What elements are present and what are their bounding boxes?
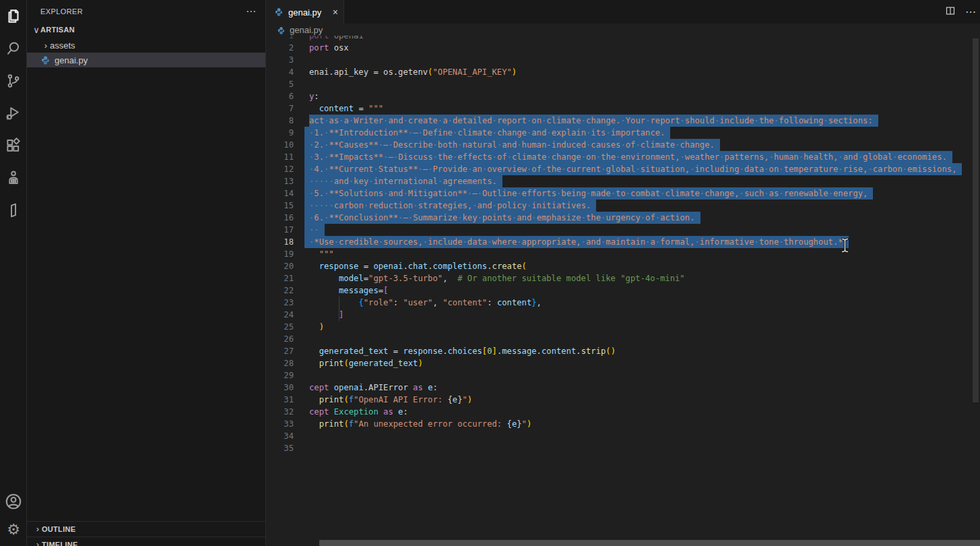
editor-more-actions-icon[interactable]: ⋯ — [965, 5, 976, 18]
project-root-label: ARTISAN — [40, 26, 75, 34]
line-number[interactable]: 8 — [266, 115, 294, 127]
sidebar-item-assets[interactable]: › assets — [27, 38, 265, 53]
sidebar-section-outline[interactable]: › OUTLINE — [27, 521, 265, 536]
extensions-icon[interactable] — [0, 132, 27, 159]
code-line-21[interactable]: 21 model="gpt-3.5-turbo", # Or another s… — [266, 272, 971, 284]
code-line-22[interactable]: 22 messages=[ — [266, 284, 971, 297]
line-number[interactable]: 11 — [266, 151, 294, 163]
code-line-34[interactable]: 34 — [266, 430, 971, 442]
breadcrumb-file[interactable]: genai.py — [290, 25, 323, 35]
code-line-14[interactable]: 14·5.·**Solutions·and·Mitigation**·—·Out… — [266, 187, 971, 200]
line-number[interactable]: 6 — [266, 90, 294, 102]
line-number[interactable]: 28 — [266, 357, 294, 369]
line-text: ·*Use·credible·sources,·include·data·whe… — [309, 236, 849, 248]
code-line-8[interactable]: 8act·as·a·Writer·and·create·a·detailed·r… — [266, 115, 971, 127]
line-number[interactable]: 12 — [266, 163, 294, 175]
split-editor-icon[interactable] — [945, 5, 956, 19]
tab-close-icon[interactable]: × — [333, 7, 338, 18]
line-text: generated_text = response.choices[0].mes… — [309, 345, 616, 357]
sidebar-more-actions-icon[interactable]: ⋯ — [246, 5, 256, 18]
sidebar-item-genai-py[interactable]: genai.py — [27, 53, 265, 67]
line-number[interactable]: 26 — [266, 333, 294, 345]
accounts-icon[interactable] — [0, 488, 27, 515]
code-line-20[interactable]: 20 response = openai.chat.completions.cr… — [266, 260, 971, 272]
code-line-30[interactable]: 30cept openai.APIError as e: — [266, 382, 971, 394]
line-number[interactable]: 13 — [266, 175, 294, 187]
line-number[interactable]: 15 — [266, 200, 294, 212]
settings-gear-icon[interactable]: ⚙ — [0, 516, 27, 543]
code-line-16[interactable]: 16·6.·**Conclusion**·—·Summarize·key·poi… — [266, 212, 971, 224]
code-line-18[interactable]: 18·*Use·credible·sources,·include·data·w… — [266, 236, 971, 248]
line-number[interactable]: 4 — [266, 66, 294, 78]
line-number[interactable]: 33 — [266, 418, 294, 430]
line-number[interactable]: 7 — [266, 102, 294, 115]
line-number[interactable]: 21 — [266, 272, 294, 284]
code-line-26[interactable]: 26 — [266, 333, 971, 345]
code-line-32[interactable]: 32cept Exception as e: — [266, 406, 971, 418]
line-text: ·····and·key·international·agreements. — [309, 175, 502, 187]
code-line-27[interactable]: 27 generated_text = response.choices[0].… — [266, 345, 971, 357]
activity-bar: ⚙ — [0, 0, 27, 546]
line-number[interactable]: 27 — [266, 345, 294, 357]
tab-genai-py[interactable]: genai.py × — [266, 0, 344, 24]
vertical-scrollbar-thumb[interactable] — [973, 38, 979, 402]
line-number[interactable]: 19 — [266, 248, 294, 260]
line-number[interactable]: 29 — [266, 369, 294, 382]
breadcrumb[interactable]: genai.py — [266, 24, 980, 36]
code-line-9[interactable]: 9·1.·**Introduction**·—·Define·climate·c… — [266, 127, 971, 139]
line-number[interactable]: 22 — [266, 284, 294, 297]
code-line-23[interactable]: 23 {"role": "user", "content": content}, — [266, 297, 971, 309]
code-line-29[interactable]: 29 — [266, 369, 971, 382]
folder-label: assets — [50, 40, 75, 51]
explorer-icon[interactable] — [0, 3, 27, 30]
line-number[interactable]: 23 — [266, 297, 294, 309]
assistant-extension-icon[interactable] — [0, 164, 27, 191]
code-line-31[interactable]: 31 print(f"OpenAI API Error: {e}") — [266, 394, 971, 406]
code-line-10[interactable]: 10·2.·**Causes**·—·Describe·both·natural… — [266, 139, 971, 151]
source-control-icon[interactable] — [0, 67, 27, 94]
code-line-24[interactable]: 24 ] — [266, 309, 971, 321]
line-number[interactable]: 14 — [266, 187, 294, 200]
sidebar-item-artisan[interactable]: ∨ ARTISAN — [27, 22, 265, 37]
line-number[interactable]: 32 — [266, 406, 294, 418]
line-number[interactable]: 5 — [266, 78, 294, 90]
line-number[interactable]: 2 — [266, 42, 294, 54]
code-line-5[interactable]: 5 — [266, 78, 971, 90]
line-number[interactable]: 9 — [266, 127, 294, 139]
line-number[interactable]: 10 — [266, 139, 294, 151]
line-number[interactable]: 3 — [266, 54, 294, 66]
line-number[interactable]: 25 — [266, 321, 294, 333]
horizontal-scrollbar-thumb[interactable] — [319, 540, 980, 546]
line-number[interactable]: 35 — [266, 442, 294, 454]
line-number[interactable]: 20 — [266, 260, 294, 272]
code-line-4[interactable]: 4enai.api_key = os.getenv("OPENAI_API_KE… — [266, 66, 971, 78]
run-debug-icon[interactable] — [0, 100, 27, 127]
line-number[interactable]: 16 — [266, 212, 294, 224]
line-number[interactable]: 30 — [266, 382, 294, 394]
line-text: response = openai.chat.completions.creat… — [309, 260, 527, 272]
code-line-11[interactable]: 11·3.·**Impacts**·—·Discuss·the·effects·… — [266, 151, 971, 163]
code-line-25[interactable]: 25 ) — [266, 321, 971, 333]
code-line-15[interactable]: 15·····carbon·reduction·strategies,·and·… — [266, 200, 971, 212]
code-line-12[interactable]: 12·4.·**Current·Status**·—·Provide·an·ov… — [266, 163, 971, 175]
code-line-33[interactable]: 33 print(f"An unexpected error occurred:… — [266, 418, 971, 430]
code-line-35[interactable]: 35 — [266, 442, 971, 454]
search-icon[interactable] — [0, 35, 27, 62]
sidebar-section-timeline[interactable]: › TIMELINE — [27, 537, 265, 546]
line-number[interactable]: 18 — [266, 236, 294, 248]
door-extension-icon[interactable] — [0, 197, 27, 224]
code-line-28[interactable]: 28 print(generated_text) — [266, 357, 971, 369]
line-number[interactable]: 31 — [266, 394, 294, 406]
line-number[interactable]: 24 — [266, 309, 294, 321]
python-file-icon — [277, 26, 286, 34]
code-line-2[interactable]: 2port osx — [266, 42, 971, 54]
code-line-7[interactable]: 7 content = """ — [266, 102, 971, 115]
line-number[interactable]: 34 — [266, 430, 294, 442]
code-area[interactable]: genai.py 1port openai2port osx34enai.api… — [266, 24, 980, 546]
line-number[interactable]: 17 — [266, 224, 294, 236]
code-line-13[interactable]: 13·····and·key·international·agreements. — [266, 175, 971, 187]
code-line-3[interactable]: 3 — [266, 54, 971, 66]
code-line-19[interactable]: 19 """ — [266, 248, 971, 260]
code-line-6[interactable]: 6y: — [266, 90, 971, 102]
code-line-17[interactable]: 17·· — [266, 224, 971, 236]
